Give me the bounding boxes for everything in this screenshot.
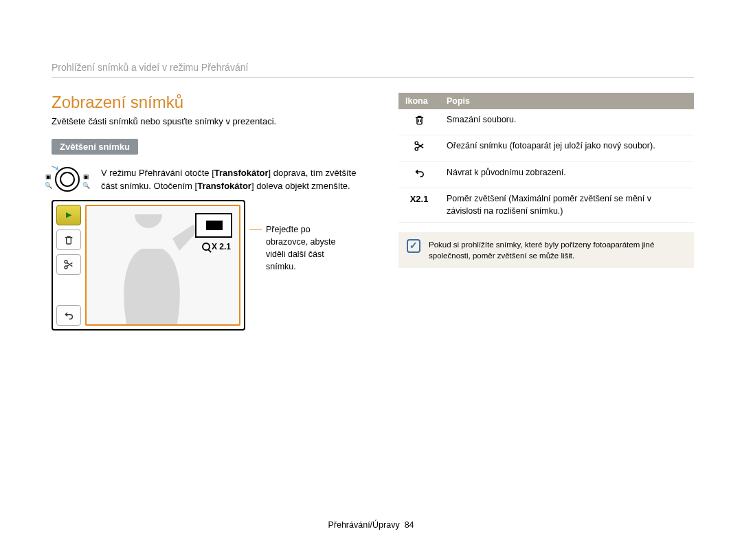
icon-description-table: Ikona Popis Smazání souboru. (398, 93, 694, 223)
magnifier-icon (202, 243, 210, 251)
zoom-dial-icon: ↘ (55, 167, 80, 192)
note-icon: ✓ (407, 239, 420, 253)
table-header-icon: Ikona (398, 93, 440, 109)
scissors-icon (398, 135, 440, 161)
zoom-ratio-icon: X2.1 (398, 188, 440, 223)
trash-button-icon (56, 229, 81, 250)
section-pill: Zvětšení snímku (52, 139, 138, 155)
table-row: Návrat k původnímu zobrazení. (398, 161, 694, 188)
crop-rectangle-icon (195, 213, 232, 238)
table-row: Smazání souboru. (398, 109, 694, 135)
breadcrumb: Prohlížení snímků a videí v režimu Přehr… (52, 62, 694, 78)
return-button-icon (56, 305, 81, 326)
camera-screen-mock: X 2.1 (52, 200, 245, 331)
trash-icon (398, 109, 440, 135)
callout-text: Přejeďte po obrazovce, abyste viděli dal… (266, 223, 348, 273)
scissors-button-icon (56, 254, 81, 275)
table-row: Ořezání snímku (fotoaparát jej uloží jak… (398, 135, 694, 161)
return-icon (398, 161, 440, 188)
zoom-glyph-column: ▣ 🔍 ↘ ▣ 🔍 (52, 167, 90, 192)
page-footer: Přehrávání/Úpravy 84 (0, 520, 742, 530)
table-header-desc: Popis (440, 93, 694, 109)
zoom-ratio-label: X 2.1 (202, 242, 231, 251)
table-row: X2.1 Poměr zvětšení (Maximální poměr zvě… (398, 188, 694, 223)
play-button-icon (56, 205, 81, 225)
page-title: Zobrazení snímků (52, 93, 371, 112)
table-cell: Ořezání snímku (fotoaparát jej uloží jak… (440, 135, 694, 161)
zoom-instruction-text: V režimu Přehrávání otočte [Transfokátor… (101, 167, 371, 193)
table-cell: Návrat k původnímu zobrazení. (440, 161, 694, 188)
table-cell: Poměr zvětšení (Maximální poměr zvětšení… (440, 188, 694, 223)
note-box: ✓ Pokud si prohlížíte snímky, které byly… (398, 232, 694, 268)
photo-silhouette (107, 214, 203, 326)
subtitle: Zvětšete části snímků nebo spusťte snímk… (52, 116, 371, 126)
callout-connector (249, 229, 262, 229)
table-cell: Smazání souboru. (440, 109, 694, 135)
note-text: Pokud si prohlížíte snímky, které byly p… (429, 239, 686, 261)
